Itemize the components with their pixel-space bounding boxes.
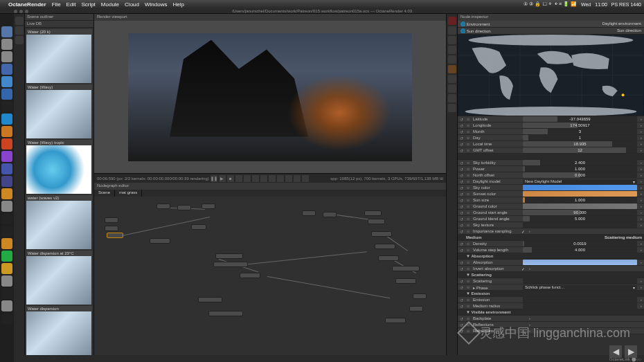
expand-icon[interactable]: ▸ [527, 266, 533, 271]
property-checkbox[interactable]: ✓ [521, 229, 527, 234]
property-color[interactable] [523, 185, 637, 190]
app-name[interactable]: OctaneRender [8, 1, 46, 8]
property-color[interactable] [523, 203, 637, 209]
menu-script[interactable]: Script [81, 1, 95, 8]
property-row[interactable]: ↺⊙Volume step length4.000▸ [458, 247, 644, 253]
graph-node[interactable] [375, 244, 395, 249]
menu-edit[interactable]: Edit [66, 1, 76, 8]
reset-icon[interactable]: ↺ [458, 266, 465, 271]
reset-icon[interactable]: ↺ [458, 116, 465, 122]
reset-icon[interactable]: ↺ [458, 278, 465, 284]
menu-file[interactable]: File [52, 1, 61, 8]
graph-node[interactable] [107, 233, 123, 238]
property-row[interactable]: ↺⊙Ground start angle90.000▸ [458, 210, 644, 216]
property-row[interactable]: ▼ Absorption [458, 253, 644, 260]
expand-icon[interactable]: ▸ [527, 229, 533, 233]
property-slider[interactable]: 0.0019 [523, 241, 637, 246]
menubar-day[interactable]: Wed [581, 2, 591, 7]
link-icon[interactable]: ⊙ [465, 179, 472, 184]
stop-button[interactable]: ■ [227, 175, 234, 182]
graph-node[interactable] [378, 255, 399, 261]
graph-node[interactable] [191, 224, 206, 230]
link-icon[interactable]: ⊙ [465, 197, 472, 203]
expand-icon[interactable]: ▸ [638, 248, 644, 252]
world-map[interactable] [458, 35, 644, 116]
livedb-tab[interactable]: Live DB [25, 21, 93, 28]
reset-icon[interactable]: ↺ [458, 241, 465, 246]
link-icon[interactable]: ⊙ [465, 266, 472, 271]
expand-icon[interactable]: ▸ [638, 285, 644, 289]
graph-node[interactable] [105, 217, 118, 223]
reset-icon[interactable]: ↺ [458, 247, 465, 253]
property-slider[interactable]: 2.400 [523, 160, 637, 165]
expand-icon[interactable]: ▸ [638, 210, 644, 215]
property-row[interactable]: ↺⊙Local time18.935▸ [458, 141, 644, 147]
property-slider[interactable]: 90.000 [523, 210, 637, 215]
dock-app-icon[interactable] [1, 213, 12, 224]
reset-icon[interactable]: ↺ [458, 316, 465, 321]
reset-icon[interactable]: ↺ [458, 260, 465, 265]
property-row[interactable]: ↺⊙Absorption▸ [458, 260, 644, 266]
toolbar-icon[interactable] [244, 175, 251, 182]
material-thumb-item[interactable]: Water dispersion at 23°C [26, 251, 92, 305]
link-icon[interactable]: ⊙ [465, 316, 472, 321]
property-row[interactable]: ↺⊙Sky color▸ [458, 185, 644, 191]
graph-node[interactable] [240, 273, 260, 278]
dock-app-icon[interactable] [1, 39, 12, 50]
minimize-icon[interactable] [19, 10, 23, 13]
link-icon[interactable]: ⊙ [465, 191, 472, 197]
link-icon[interactable]: ⊙ [465, 322, 472, 327]
property-color[interactable] [523, 260, 637, 265]
expand-icon[interactable]: ▸ [638, 242, 644, 246]
dock-app-icon[interactable] [1, 126, 12, 137]
property-row[interactable]: ↺⊙Reflections▸ [458, 322, 644, 328]
expand-icon[interactable]: ▸ [638, 129, 644, 134]
tool-icon[interactable] [15, 26, 24, 35]
link-icon[interactable]: ⊙ [465, 241, 472, 246]
tool-icon[interactable] [448, 36, 456, 44]
property-row[interactable]: ↺⊙Importance sampling✓▸ [458, 228, 644, 235]
reset-icon[interactable]: ↺ [458, 197, 465, 203]
expand-icon[interactable]: ▸ [527, 316, 533, 320]
toolbar-icon[interactable] [277, 175, 284, 182]
reset-icon[interactable]: ↺ [458, 123, 465, 128]
tool-icon[interactable] [448, 65, 456, 73]
dock-app-icon[interactable] [1, 188, 12, 199]
dock-app-icon[interactable] [1, 26, 12, 37]
environment-bar[interactable]: 🌐 Environment Daylight environment [458, 21, 644, 28]
menubar-time[interactable]: 11:00 [595, 2, 607, 7]
link-icon[interactable]: ⊙ [465, 135, 472, 141]
link-icon[interactable]: ⊙ [465, 328, 472, 334]
property-slider[interactable]: 1.000 [523, 166, 637, 172]
tool-icon[interactable] [448, 26, 456, 35]
dock-app-icon[interactable] [1, 288, 12, 299]
dock-app-icon[interactable] [1, 176, 12, 187]
traffic-lights[interactable] [14, 10, 28, 13]
expand-icon[interactable]: ▸ [638, 204, 644, 208]
reset-icon[interactable]: ↺ [458, 166, 465, 172]
link-icon[interactable]: ⊙ [465, 260, 472, 265]
link-icon[interactable]: ⊙ [465, 278, 472, 284]
reset-icon[interactable]: ↺ [458, 185, 465, 190]
graph-node[interactable] [323, 212, 337, 217]
toolbar-icon[interactable] [269, 175, 276, 182]
property-row[interactable]: ↺⊙Latitude-37.043659▸ [458, 116, 644, 123]
expand-icon[interactable]: ▸ [638, 260, 644, 264]
dock-app-icon[interactable] [1, 151, 12, 162]
property-row[interactable]: ↺⊙Daylight modelNew Daylight Model▾▸ [458, 179, 644, 185]
tool-icon[interactable] [15, 17, 24, 25]
property-slider[interactable]: 0.000 [523, 172, 637, 178]
property-checkbox[interactable]: ✓ [521, 266, 527, 271]
menu-cloud[interactable]: Cloud [125, 1, 139, 8]
dock-app-icon[interactable] [1, 226, 12, 237]
link-icon[interactable]: ⊙ [465, 129, 472, 134]
reset-icon[interactable]: ↺ [458, 135, 465, 141]
property-slider[interactable]: 5.000 [523, 216, 637, 221]
expand-icon[interactable]: ▸ [638, 198, 644, 202]
link-icon[interactable]: ⊙ [465, 216, 472, 221]
property-row[interactable]: ↺⊙Power1.000▸ [458, 166, 644, 172]
link-icon[interactable]: ⊙ [465, 172, 472, 178]
property-row[interactable]: ↺⊙Sunset color▸ [458, 191, 644, 197]
dock-app-icon[interactable] [1, 251, 12, 262]
dock-app-icon[interactable] [1, 76, 12, 87]
